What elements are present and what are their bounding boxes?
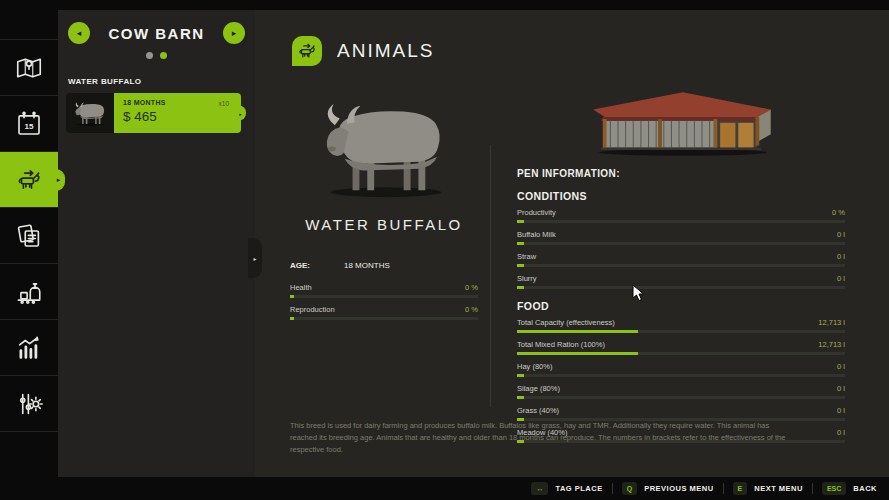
stat-progress-track: [517, 264, 845, 267]
stat-value: 12,713 l: [818, 318, 845, 327]
stat-progress-track: [517, 286, 845, 289]
panel-collapse-handle[interactable]: ▸: [248, 238, 262, 278]
buffalo-thumb-image: [70, 97, 110, 129]
animal-card-price: $ 465: [123, 109, 233, 124]
stat-progress-track: [517, 352, 845, 355]
action-back[interactable]: ESCBACK: [822, 482, 877, 495]
stat-progress-fill: [517, 330, 638, 333]
stat-value: 0 l: [837, 274, 845, 283]
animal-group-label: WATER BUFFALO: [68, 77, 255, 86]
stat-progress-track: [290, 317, 478, 320]
animal-card-body: 18 MONTHS $ 465 x10: [114, 93, 241, 133]
stat-row-total-mixed-ration-100: Total Mixed Ration (100%)12,713 l: [517, 340, 845, 355]
pen-pager: ◂ COW BARN ▸: [58, 10, 255, 44]
stat-value: 0 %: [832, 208, 845, 217]
action-label: PREVIOUS MENU: [644, 484, 713, 493]
stat-progress-fill: [517, 396, 524, 399]
animal-card[interactable]: 18 MONTHS $ 465 x10 ▸: [66, 93, 241, 133]
stat-progress-track: [517, 242, 845, 245]
animal-card-age: 18 MONTHS: [123, 99, 233, 106]
age-row: AGE: 18 MONTHS: [290, 261, 478, 270]
keybind-separator: [723, 483, 724, 494]
stat-row-total-capacity-effectiveness: Total Capacity (effectiveness)12,713 l: [517, 318, 845, 333]
animals-icon: [14, 165, 44, 195]
stat-value: 0 l: [837, 384, 845, 393]
key-badge: ESC: [822, 482, 846, 495]
stat-row-grass-40: Grass (40%)0 l: [517, 406, 845, 421]
stat-value: 0 l: [837, 428, 845, 437]
stat-row-silage-80: Silage (80%)0 l: [517, 384, 845, 399]
sidebar-item-map[interactable]: [0, 40, 58, 96]
stat-progress-track: [290, 295, 478, 298]
cow-icon: [296, 40, 318, 62]
food-title: FOOD: [517, 300, 845, 312]
barn-figure: [576, 80, 786, 158]
sidebar-item-settings[interactable]: [0, 376, 58, 432]
stat-row-health: Health0 %: [290, 283, 478, 298]
sidebar-item-statistics[interactable]: [0, 320, 58, 376]
key-badge: E: [733, 482, 748, 495]
stat-progress-fill: [517, 264, 524, 267]
sidebar-item-contracts[interactable]: [0, 208, 58, 264]
key-badge: ↔: [531, 482, 548, 495]
stat-label: Reproduction: [290, 305, 335, 314]
breed-description: This breed is used for dairy farming and…: [290, 420, 798, 456]
sidebar-item-production[interactable]: [0, 264, 58, 320]
action-label: TAG PLACE: [555, 484, 602, 493]
sidebar-spacer: [0, 0, 58, 40]
keybind-separator: [812, 483, 813, 494]
stat-label: Slurry: [517, 274, 537, 283]
action-label: NEXT MENU: [754, 484, 803, 493]
production-icon: [14, 277, 44, 307]
card-notch-arrow-icon: ▸: [235, 106, 246, 121]
stat-label: Straw: [517, 252, 536, 261]
pager-dot-0[interactable]: [146, 52, 153, 59]
stat-progress-track: [517, 330, 845, 333]
stat-label: Hay (80%): [517, 362, 552, 371]
keybind-separator: [612, 483, 613, 494]
action-tag-place[interactable]: ↔TAG PLACE: [531, 482, 602, 495]
map-icon: [14, 53, 44, 83]
age-label: AGE:: [290, 261, 344, 270]
conditions-rows: Productivity0 %Buffalo Milk0 lStraw0 lSl…: [517, 208, 845, 289]
pager-dots: [58, 52, 255, 59]
stat-row-hay-80: Hay (80%)0 l: [517, 362, 845, 377]
animal-thumbnail: [66, 93, 114, 133]
pen-information-title: PEN INFORMATION:: [517, 168, 845, 179]
next-pen-button[interactable]: ▸: [223, 22, 245, 44]
action-next-menu[interactable]: ENEXT MENU: [733, 482, 803, 495]
stat-progress-track: [517, 396, 845, 399]
pager-dot-1[interactable]: [160, 52, 167, 59]
animal-stats: Health0 %Reproduction0 %: [290, 283, 478, 320]
stat-progress-fill: [290, 317, 294, 320]
age-value: 18 MONTHS: [344, 261, 390, 270]
screen-header: ANIMALS: [292, 36, 434, 66]
action-previous-menu[interactable]: QPREVIOUS MENU: [622, 482, 714, 495]
stat-progress-fill: [517, 220, 524, 223]
animals-header-icon: [292, 36, 322, 66]
sidebar: 15: [0, 0, 58, 500]
stat-value: 0 l: [837, 230, 845, 239]
sidebar-item-calendar[interactable]: 15: [0, 96, 58, 152]
contracts-icon: [14, 221, 44, 251]
stat-row-productivity: Productivity0 %: [517, 208, 845, 223]
stat-label: Total Capacity (effectiveness): [517, 318, 615, 327]
barn-image: [517, 70, 845, 158]
stat-progress-track: [517, 374, 845, 377]
stat-label: Buffalo Milk: [517, 230, 556, 239]
prev-pen-button[interactable]: ◂: [68, 22, 90, 44]
keybind-bar: ↔TAG PLACEQPREVIOUS MENUENEXT MENUESCBAC…: [0, 477, 889, 500]
stat-label: Health: [290, 283, 312, 292]
stat-value: 12,713 l: [818, 340, 845, 349]
stat-row-buffalo-milk: Buffalo Milk0 l: [517, 230, 845, 245]
animal-list-panel: ◂ COW BARN ▸ WATER BUFFALO 18 MONTHS $ 4…: [58, 10, 255, 477]
stat-progress-fill: [517, 352, 638, 355]
pen-info-column: PEN INFORMATION: CONDITIONS Productivity…: [517, 70, 845, 450]
action-label: BACK: [853, 484, 877, 493]
stat-label: Total Mixed Ration (100%): [517, 340, 605, 349]
stat-value: 0 l: [837, 406, 845, 415]
stat-progress-fill: [290, 295, 294, 298]
key-badge: Q: [622, 482, 637, 495]
animal-detail-column: WATER BUFFALO AGE: 18 MONTHS Health0 %Re…: [290, 76, 478, 327]
sidebar-item-animals[interactable]: [0, 152, 58, 208]
